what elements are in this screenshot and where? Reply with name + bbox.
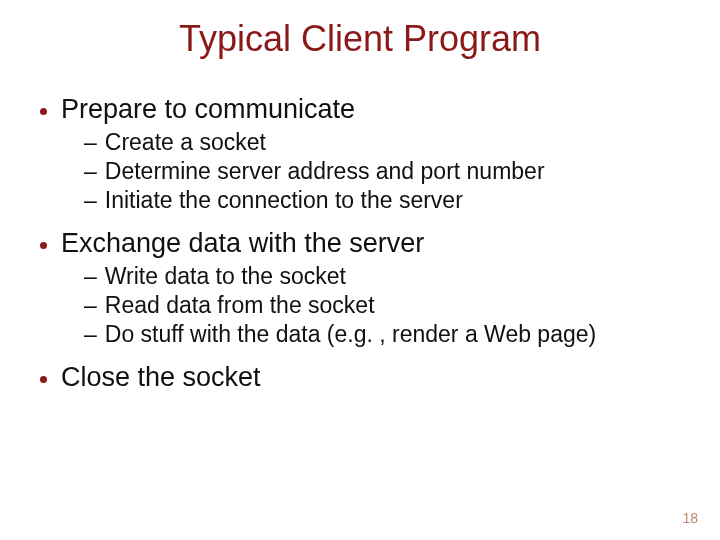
- bullet-dash-icon: –: [84, 187, 97, 214]
- section-1: Prepare to communicate – Create a socket…: [36, 94, 684, 214]
- slide-title: Typical Client Program: [0, 0, 720, 88]
- page-number: 18: [682, 510, 698, 526]
- bullet-level2: – Create a socket: [84, 129, 684, 156]
- section-3: Close the socket: [36, 362, 684, 393]
- bullet-text: Do stuff with the data (e.g. , render a …: [105, 321, 596, 348]
- bullet-level2: – Determine server address and port numb…: [84, 158, 684, 185]
- bullet-level2: – Initiate the connection to the server: [84, 187, 684, 214]
- bullet-text: Determine server address and port number: [105, 158, 545, 185]
- bullet-level2: – Do stuff with the data (e.g. , render …: [84, 321, 684, 348]
- bullet-dash-icon: –: [84, 158, 97, 185]
- bullet-level2: – Read data from the socket: [84, 292, 684, 319]
- bullet-level1: Exchange data with the server: [36, 228, 684, 259]
- bullet-dash-icon: –: [84, 129, 97, 156]
- slide: Typical Client Program Prepare to commun…: [0, 0, 720, 540]
- bullet-level1: Close the socket: [36, 362, 684, 393]
- bullet-level1: Prepare to communicate: [36, 94, 684, 125]
- bullet-text: Initiate the connection to the server: [105, 187, 463, 214]
- bullet-text: Read data from the socket: [105, 292, 375, 319]
- bullet-dash-icon: –: [84, 321, 97, 348]
- section-2: Exchange data with the server – Write da…: [36, 228, 684, 348]
- bullet-level2: – Write data to the socket: [84, 263, 684, 290]
- bullet-text: Create a socket: [105, 129, 266, 156]
- bullet-text: Write data to the socket: [105, 263, 346, 290]
- bullet-dot-icon: [40, 376, 47, 383]
- bullet-dot-icon: [40, 108, 47, 115]
- bullet-dash-icon: –: [84, 263, 97, 290]
- bullet-dash-icon: –: [84, 292, 97, 319]
- bullet-dot-icon: [40, 242, 47, 249]
- bullet-text: Close the socket: [61, 362, 261, 393]
- bullet-text: Exchange data with the server: [61, 228, 424, 259]
- bullet-text: Prepare to communicate: [61, 94, 355, 125]
- slide-content: Prepare to communicate – Create a socket…: [0, 94, 720, 393]
